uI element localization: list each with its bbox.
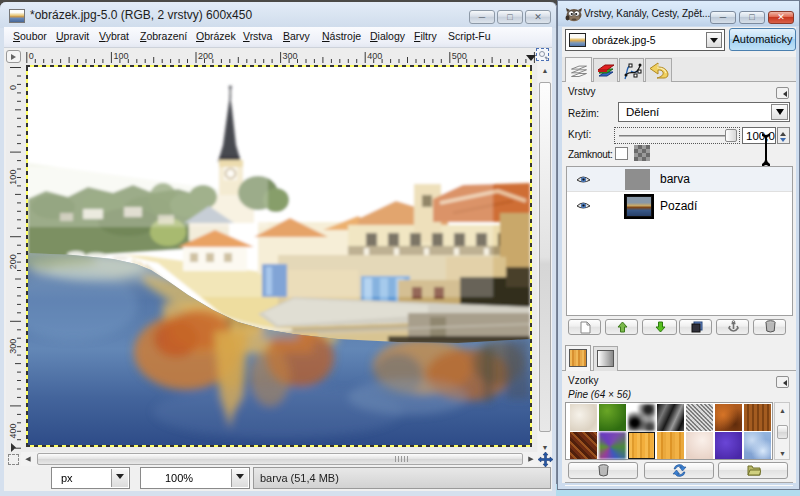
svg-text:100: 100 — [113, 51, 128, 61]
svg-text:500: 500 — [452, 51, 467, 61]
svg-text:200: 200 — [8, 254, 18, 269]
svg-text:200: 200 — [198, 51, 213, 61]
svg-text:300: 300 — [283, 51, 298, 61]
svg-text:400: 400 — [367, 51, 382, 61]
svg-text:0: 0 — [29, 51, 34, 61]
svg-text:400: 400 — [8, 423, 18, 438]
svg-text:0: 0 — [8, 85, 18, 90]
svg-text:100: 100 — [8, 170, 18, 185]
svg-text:300: 300 — [8, 339, 18, 354]
